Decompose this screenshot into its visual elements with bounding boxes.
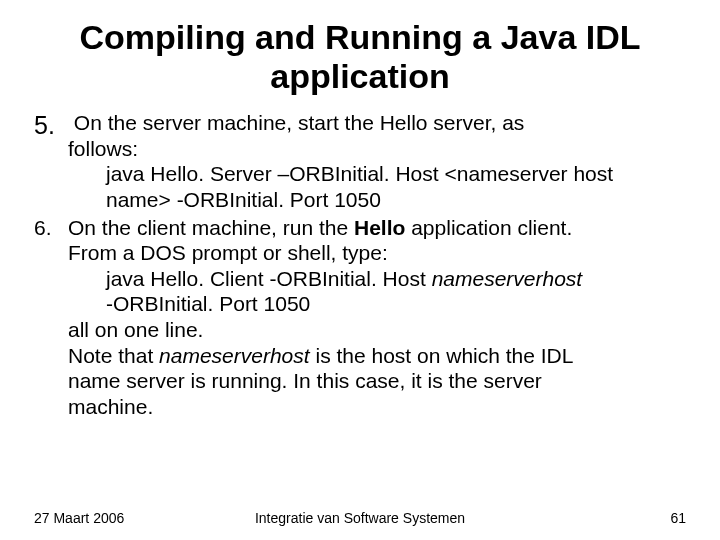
page-number: 61 — [670, 510, 686, 526]
item-body: On the client machine, run the Hello app… — [68, 215, 686, 420]
slide-footer: 27 Maart 2006 Integratie van Software Sy… — [34, 510, 686, 526]
footer-date: 27 Maart 2006 — [34, 510, 124, 526]
slide-body: 5. On the server machine, start the Hell… — [34, 110, 686, 419]
text: java Hello. Client -ORBInitial. Host — [106, 267, 432, 290]
text: machine. — [68, 394, 686, 420]
text: is the host on which the IDL — [310, 344, 574, 367]
item-body: On the server machine, start the Hello s… — [68, 110, 686, 212]
bold-text: Hello — [354, 216, 405, 239]
text: name server is running. In this case, it… — [68, 368, 686, 394]
code-line: java Hello. Client -ORBInitial. Host nam… — [68, 266, 686, 292]
item-number: 5. — [34, 110, 68, 212]
text: application client. — [405, 216, 572, 239]
italic-text: nameserverhost — [432, 267, 583, 290]
slide-title: Compiling and Running a Java IDL applica… — [34, 18, 686, 96]
list-item: 5. On the server machine, start the Hell… — [34, 110, 686, 212]
text: all on one line. — [68, 317, 686, 343]
text: On the client machine, run the — [68, 216, 354, 239]
item-number: 6. — [34, 215, 68, 420]
code-line: java Hello. Server –ORBInitial. Host <na… — [68, 161, 686, 187]
footer-title: Integratie van Software Systemen — [34, 510, 686, 526]
text: From a DOS prompt or shell, type: — [68, 240, 686, 266]
list-item: 6. On the client machine, run the Hello … — [34, 215, 686, 420]
text: Note that — [68, 344, 159, 367]
code-line: -ORBInitial. Port 1050 — [68, 291, 686, 317]
code-line: name> -ORBInitial. Port 1050 — [68, 187, 686, 213]
text: On the server machine, start the Hello s… — [74, 111, 525, 134]
italic-text: nameserverhost — [159, 344, 310, 367]
text: follows: — [68, 136, 686, 162]
